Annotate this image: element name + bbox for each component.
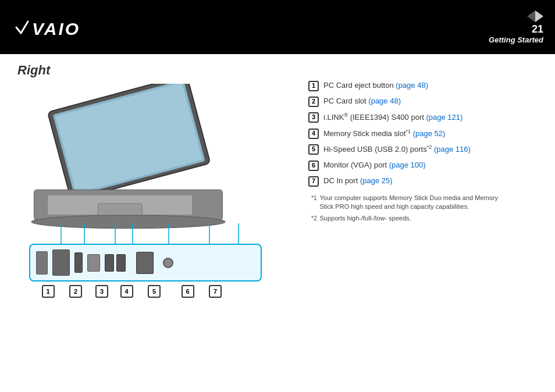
footnote-1: *1 Your computer supports Memory Stick D… — [311, 194, 538, 212]
item-number-2: 2 — [308, 97, 319, 107]
port-1 — [36, 251, 48, 275]
section-title: Right — [17, 63, 297, 78]
label-7: 7 — [209, 285, 222, 298]
port-2 — [52, 250, 70, 276]
right-section: 1 PC Card eject button (page 48) 2 PC Ca… — [297, 63, 538, 383]
item-number-3: 3 — [308, 112, 319, 123]
item-text-1: PC Card eject button (page 48) — [323, 80, 428, 91]
label-1: 1 — [42, 285, 55, 298]
port-3 — [74, 252, 83, 273]
vaio-logo: VAIO — [12, 13, 81, 42]
header-right: 21 Getting Started — [489, 10, 543, 44]
list-item: 7 DC In port (page 25) — [308, 176, 538, 187]
item-link-4[interactable]: (page 52) — [413, 129, 446, 138]
list-item: 6 Monitor (VGA) port (page 100) — [308, 160, 538, 171]
item-link-7[interactable]: (page 25) — [360, 176, 393, 185]
item-list: 1 PC Card eject button (page 48) 2 PC Ca… — [308, 80, 538, 187]
port-4 — [87, 254, 100, 272]
list-item: 1 PC Card eject button (page 48) — [308, 80, 538, 91]
list-item: 3 i.LINK® (IEEE1394) S400 port (page 121… — [308, 112, 538, 123]
footnote-marker-2: *2 — [311, 214, 316, 223]
item-text-7: DC In port (page 25) — [323, 176, 393, 186]
port-7 — [163, 258, 173, 268]
connector-lines-svg — [29, 223, 273, 244]
svg-text:VAIO: VAIO — [32, 19, 80, 38]
item-number-7: 7 — [308, 176, 319, 187]
label-2: 2 — [69, 285, 82, 298]
port-strip-wrapper: 1 2 3 4 5 — [29, 223, 297, 298]
item-link-1[interactable]: (page 48) — [396, 81, 428, 90]
main-content: Right — [0, 54, 555, 392]
page-number: 21 — [532, 23, 543, 35]
label-4: 4 — [120, 285, 133, 298]
footnote-text-2: Supports high-/full-/low- speeds. — [319, 214, 411, 223]
port-strip — [29, 244, 262, 281]
item-link-2[interactable]: (page 48) — [368, 97, 401, 105]
svg-rect-3 — [55, 84, 202, 193]
port-6 — [136, 252, 154, 274]
item-text-4: Memory Stick media slot*1 (page 52) — [323, 128, 445, 140]
port-diagram-container: 1 2 3 4 5 — [29, 223, 297, 298]
item-link-5[interactable]: (page 116) — [434, 145, 471, 154]
item-text-5: Hi-Speed USB (USB 2.0) ports*2 (page 116… — [323, 144, 471, 155]
footnote-text-1: Your computer supports Memory Stick Duo … — [319, 194, 506, 212]
laptop-illustration: 1 2 3 4 5 — [17, 84, 297, 298]
left-section: Right — [17, 63, 297, 383]
item-text-2: PC Card slot (page 48) — [323, 96, 401, 106]
navigation-arrows[interactable] — [527, 10, 543, 22]
list-item: 4 Memory Stick media slot*1 (page 52) — [308, 128, 538, 140]
label-3: 3 — [95, 285, 108, 298]
laptop-svg — [17, 84, 250, 229]
footnotes: *1 Your computer supports Memory Stick D… — [308, 194, 538, 223]
section-label: Getting Started — [489, 35, 543, 44]
prev-arrow[interactable] — [527, 10, 535, 22]
vaio-logo-svg: VAIO — [12, 13, 81, 42]
port-5 — [105, 254, 126, 272]
list-item: 2 PC Card slot (page 48) — [308, 96, 538, 107]
header: VAIO 21 Getting Started — [0, 0, 555, 54]
item-number-4: 4 — [308, 129, 319, 139]
item-link-6[interactable]: (page 100) — [389, 161, 426, 169]
label-6: 6 — [182, 285, 194, 298]
item-text-3: i.LINK® (IEEE1394) S400 port (page 121) — [323, 112, 462, 123]
port-number-labels: 1 2 3 4 5 — [29, 285, 297, 298]
item-number-5: 5 — [308, 144, 319, 155]
item-number-6: 6 — [308, 161, 319, 171]
list-item: 5 Hi-Speed USB (USB 2.0) ports*2 (page 1… — [308, 144, 538, 155]
footnote-marker-1: *1 — [311, 194, 316, 212]
next-arrow[interactable] — [535, 10, 543, 22]
item-number-1: 1 — [308, 81, 319, 91]
item-link-3[interactable]: (page 121) — [426, 113, 462, 122]
footnote-2: *2 Supports high-/full-/low- speeds. — [311, 214, 538, 223]
item-text-6: Monitor (VGA) port (page 100) — [323, 160, 426, 170]
label-5: 5 — [148, 285, 161, 298]
